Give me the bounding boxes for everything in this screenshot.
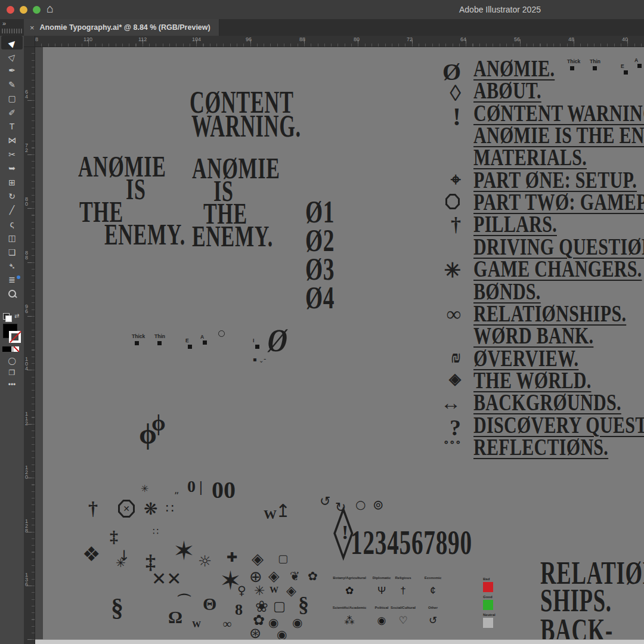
legend-rating-swatch[interactable] bbox=[483, 600, 493, 610]
anomie-enemy-text-right[interactable]: ANØMIE bbox=[192, 151, 280, 185]
anomie-enemy-text-left[interactable]: ENEMY. bbox=[104, 217, 185, 252]
menu-item[interactable]: ∘∘∘REFLECTIØNS. bbox=[402, 436, 644, 459]
legend-category-icon[interactable]: ◉ bbox=[377, 615, 386, 626]
home-icon[interactable]: ⌂ bbox=[47, 2, 54, 16]
direct-selection-tool[interactable]: ▷ bbox=[0, 49, 24, 63]
ornament-glyph[interactable]: ‡ bbox=[110, 528, 118, 545]
ornament-glyph[interactable]: Θ bbox=[203, 595, 216, 613]
legend-rating-swatch[interactable] bbox=[483, 618, 493, 628]
width-tool[interactable]: ⋈ bbox=[0, 134, 24, 147]
ornament-glyph[interactable]: ⊛ bbox=[249, 626, 261, 640]
ornament-glyph[interactable]: W bbox=[192, 620, 201, 629]
anomie-enemy-text-right[interactable]: ENEMY. bbox=[192, 219, 273, 253]
swap-fill-stroke-icon[interactable]: ⇄ bbox=[14, 312, 19, 319]
ornament-glyph[interactable]: ◈ bbox=[252, 551, 264, 566]
ornament-glyph[interactable]: ✕✕ bbox=[151, 570, 181, 588]
big-slashed-o[interactable]: Ø bbox=[264, 322, 291, 359]
specimen-middle-marker[interactable] bbox=[188, 345, 192, 349]
numerals-specimen[interactable]: 1234567890 bbox=[351, 524, 472, 562]
legend-category-icon[interactable]: ↺ bbox=[429, 615, 437, 626]
ornament-glyph[interactable]: ❋ bbox=[144, 501, 157, 518]
perspective-grid-tool[interactable]: ≣ bbox=[0, 273, 24, 287]
ornament-glyph[interactable]: ▢ bbox=[273, 600, 286, 613]
anomie-enemy-text-left[interactable]: IS bbox=[126, 172, 146, 206]
legend-category-icon[interactable]: ♡ bbox=[398, 615, 407, 626]
pen-tool[interactable]: ✒ bbox=[0, 64, 24, 78]
ornament-glyph[interactable]: ✶ bbox=[173, 538, 195, 564]
shape-builder-tool[interactable]: ◫ bbox=[0, 231, 24, 244]
specimen-top-marker[interactable] bbox=[637, 64, 642, 68]
ornament-glyph[interactable]: ○ bbox=[355, 499, 366, 510]
ornament-glyph[interactable]: ∷ bbox=[166, 502, 174, 515]
ornament-glyph[interactable]: ✳ bbox=[141, 484, 148, 494]
ornament-glyph[interactable]: ⊚ bbox=[373, 499, 383, 512]
rectangle-tool[interactable]: ▢ bbox=[0, 92, 24, 106]
puppet-warp-tool[interactable]: ➴ bbox=[0, 259, 24, 273]
maximize-window-button[interactable] bbox=[33, 6, 41, 14]
ornament-glyph[interactable]: ✿ bbox=[308, 570, 318, 582]
ornament-glyph[interactable]: ✳ bbox=[116, 557, 126, 569]
stroke-color-well[interactable] bbox=[9, 331, 21, 343]
anomie-enemy-text-left[interactable]: ANØMIE bbox=[78, 149, 166, 184]
ornament-glyph[interactable]: W bbox=[270, 586, 278, 595]
ornament-glyph[interactable]: ♀ bbox=[237, 584, 246, 596]
curvature-tool[interactable]: ✎ bbox=[0, 78, 24, 91]
draw-mode-button[interactable]: ◯ bbox=[0, 355, 24, 367]
transform-tool[interactable]: ↻ bbox=[0, 189, 24, 203]
color-gradient-none-buttons[interactable] bbox=[2, 346, 19, 352]
ornament-glyph[interactable]: ◈ bbox=[286, 584, 296, 597]
horizontal-ruler[interactable]: 281201121049688807264564840 bbox=[35, 36, 644, 47]
ornament-glyph[interactable]: 8 bbox=[235, 602, 243, 618]
ornament-glyph[interactable]: Ω bbox=[168, 608, 182, 626]
content-warning-text[interactable]: WARNING. bbox=[191, 109, 301, 144]
specimen-top-marker[interactable] bbox=[593, 66, 597, 70]
specimen-middle-marker[interactable] bbox=[157, 341, 162, 345]
ornament-glyph[interactable]: „ bbox=[174, 485, 179, 495]
selection-tool[interactable]: ▶ bbox=[1, 36, 23, 49]
default-fill-stroke-icon[interactable] bbox=[3, 313, 10, 320]
ornament-glyph[interactable]: W bbox=[264, 508, 277, 521]
legend-rating-swatch[interactable] bbox=[483, 582, 493, 592]
specimen-middle-marker[interactable] bbox=[135, 341, 139, 345]
ornament-glyph[interactable]: 0 bbox=[187, 478, 196, 495]
ornament-glyph[interactable]: ▪ bbox=[253, 357, 257, 363]
specimen-top-marker[interactable] bbox=[624, 70, 628, 75]
ornament-glyph[interactable]: ❦ bbox=[290, 570, 300, 582]
mesh-tool[interactable]: ⊞ bbox=[0, 175, 24, 189]
ornament-glyph[interactable]: ◉ bbox=[292, 617, 302, 628]
scissors-tool[interactable]: ✂ bbox=[0, 147, 24, 161]
artboard-tool[interactable]: ❏ bbox=[0, 245, 24, 259]
legend-category-icon[interactable]: ✿ bbox=[345, 586, 354, 596]
ornament-glyph[interactable]: ✳ bbox=[254, 584, 265, 597]
shaper-tool[interactable]: ➥ bbox=[0, 162, 24, 175]
document-canvas[interactable]: CØNTENTWARNING.ANØMIEISTHEENEMY.ANØMIEIS… bbox=[35, 47, 644, 644]
diamond-exclamation-glyph[interactable]: ◊ ! bbox=[332, 513, 360, 556]
blob-brush-tool[interactable]: ς bbox=[0, 217, 24, 231]
legend-category-icon[interactable]: ⁂ bbox=[345, 615, 355, 626]
vertical-ruler[interactable]: 6 47 28 08 89 61 0 41 1 21 2 01 2 81 3 6 bbox=[24, 47, 35, 644]
ornament-glyph[interactable]: ↺ bbox=[320, 495, 330, 508]
specimen-middle-marker[interactable] bbox=[218, 330, 225, 337]
horizontal-scrollbar[interactable] bbox=[35, 639, 644, 644]
ornament-glyph[interactable]: | bbox=[199, 479, 203, 495]
ornament-glyph[interactable]: 00 bbox=[212, 478, 236, 502]
paintbrush-tool[interactable]: ✐ bbox=[0, 106, 24, 119]
panel-expand-icon[interactable]: » bbox=[2, 20, 6, 27]
specimen-middle-marker[interactable] bbox=[203, 340, 207, 345]
ornament-glyph[interactable]: ⊕ bbox=[249, 569, 262, 584]
ornament-glyph[interactable]: ✚ bbox=[227, 551, 237, 564]
octagon-ornament-glyph[interactable]: ✕ bbox=[118, 500, 135, 518]
legend-category-icon[interactable]: Ψ bbox=[377, 586, 386, 596]
ornament-glyph[interactable]: ◈ bbox=[268, 569, 279, 583]
ornament-glyph[interactable]: ↥ bbox=[275, 502, 290, 520]
ornament-glyph[interactable]: ❖ bbox=[82, 544, 100, 564]
more-tools-button[interactable]: ••• bbox=[0, 379, 24, 391]
ornament-glyph[interactable]: ☼ bbox=[198, 553, 212, 569]
ornament-glyph[interactable]: ▢ bbox=[278, 553, 288, 564]
screen-mode-button[interactable]: ❐ bbox=[0, 367, 24, 379]
zoom-tool[interactable] bbox=[0, 287, 24, 301]
ruler-corner[interactable] bbox=[24, 36, 35, 47]
ornament-glyph[interactable]: ◉ bbox=[277, 628, 287, 640]
ornament-glyph[interactable]: ∷ bbox=[153, 527, 159, 537]
minimize-window-button[interactable] bbox=[20, 6, 27, 14]
